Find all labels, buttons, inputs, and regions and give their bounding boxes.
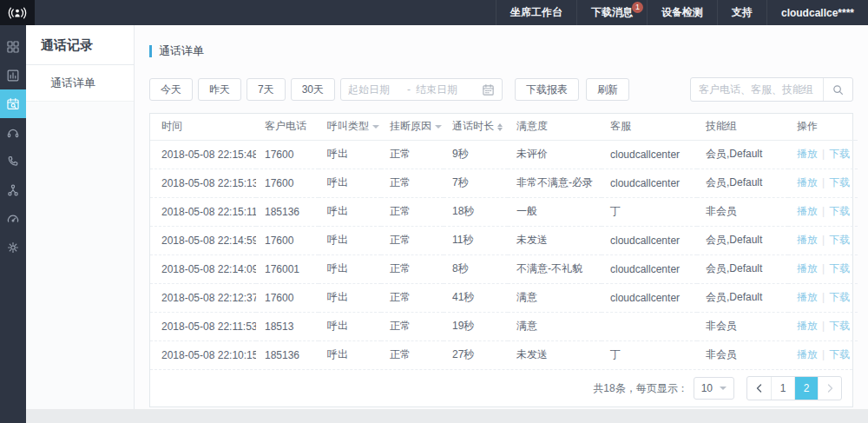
cell-actions: 播放|下载 xyxy=(788,312,858,340)
cell-satisfaction: 未发送 xyxy=(508,226,602,254)
search-button[interactable] xyxy=(823,78,852,101)
account-name: cloudcallce**** xyxy=(781,7,854,19)
play-link[interactable]: 播放 xyxy=(797,348,818,360)
topbar-item-label: 下载消息 xyxy=(591,5,633,20)
download-link[interactable]: 下载 xyxy=(829,320,850,332)
rail-item-ivr-flow[interactable] xyxy=(0,175,26,204)
quick-filter-7days[interactable]: 7天 xyxy=(247,78,286,101)
play-link[interactable]: 播放 xyxy=(797,234,818,246)
cell-phone: 17600 xyxy=(256,169,319,197)
quick-filter-today[interactable]: 今天 xyxy=(149,78,193,101)
col-customer-phone: 客户电话 xyxy=(256,114,319,140)
total-count: 共18条， xyxy=(593,381,635,396)
sidebar-title: 通话记录 xyxy=(26,25,134,65)
action-separator: | xyxy=(822,234,825,246)
action-separator: | xyxy=(822,176,825,188)
play-link[interactable]: 播放 xyxy=(797,291,818,303)
download-link[interactable]: 下载 xyxy=(829,176,850,188)
page-button-2[interactable]: 2 xyxy=(794,377,818,400)
cell-call-type: 呼出 xyxy=(319,169,381,197)
rail-item-monitor[interactable] xyxy=(0,204,26,233)
download-report-button[interactable]: 下载报表 xyxy=(515,78,579,101)
cell-phone: 185136 xyxy=(256,197,319,226)
refresh-button[interactable]: 刷新 xyxy=(586,78,629,101)
per-page-select[interactable]: 10 xyxy=(694,377,734,400)
pagination-bar: 共18条， 每页显示： 10 1 2 xyxy=(150,369,852,406)
cell-phone: 185136 xyxy=(256,340,319,369)
download-link[interactable]: 下载 xyxy=(829,262,850,274)
sort-icon[interactable] xyxy=(497,123,503,131)
topbar-item-download-messages[interactable]: 下载消息 1 xyxy=(576,0,647,25)
per-page-label: 每页显示： xyxy=(636,381,688,396)
topbar-item-account[interactable]: cloudcallce**** xyxy=(766,0,868,25)
quick-filter-yesterday[interactable]: 昨天 xyxy=(198,78,241,101)
cell-hangup-reason: 正常 xyxy=(381,312,444,340)
topbar-item-device-check[interactable]: 设备检测 xyxy=(647,0,717,25)
download-link[interactable]: 下载 xyxy=(829,348,850,360)
cell-satisfaction: 不满意-不礼貌 xyxy=(508,254,602,283)
col-call-type[interactable]: 呼叫类型 xyxy=(319,114,381,140)
next-page-button[interactable] xyxy=(818,377,841,400)
rail-item-agent[interactable] xyxy=(0,118,26,147)
play-link[interactable]: 播放 xyxy=(797,176,818,188)
calendar-icon[interactable] xyxy=(482,83,495,96)
breadcrumb: 通话详单 xyxy=(149,43,868,59)
prev-page-button[interactable] xyxy=(747,377,771,400)
table-row: 2018-05-08 22:15:48 17600 呼出 正常 9秒 未评价 c… xyxy=(150,140,858,169)
topbar-item-label: 支持 xyxy=(732,5,753,20)
cell-agent: 丁 xyxy=(602,197,697,226)
table-row: 2018-05-08 22:15:13 17600 呼出 正常 7秒 非常不满意… xyxy=(150,169,858,197)
cell-actions: 播放|下载 xyxy=(788,197,858,226)
cell-call-type: 呼出 xyxy=(319,197,381,226)
rail-item-calls[interactable] xyxy=(0,147,26,175)
cell-actions: 播放|下载 xyxy=(788,254,858,283)
cell-phone: 17600 xyxy=(256,226,319,254)
end-date-input[interactable] xyxy=(416,83,470,96)
topbar-item-agent-workbench[interactable]: 坐席工作台 xyxy=(496,0,576,25)
cell-time: 2018-05-08 22:14:09 xyxy=(150,254,256,283)
action-separator: | xyxy=(822,148,825,160)
search-input[interactable] xyxy=(691,83,823,96)
quick-filter-30days[interactable]: 30天 xyxy=(291,78,335,101)
cell-satisfaction: 未发送 xyxy=(508,340,602,369)
col-hangup-reason[interactable]: 挂断原因 xyxy=(381,114,444,140)
rail-item-call-records[interactable] xyxy=(0,89,26,118)
cell-agent: cloudcallcenter xyxy=(602,254,697,283)
chevron-down-icon[interactable] xyxy=(372,125,379,129)
search-box xyxy=(690,77,853,102)
chevron-right-icon xyxy=(826,384,834,393)
cell-call-type: 呼出 xyxy=(319,283,381,312)
cell-call-type: 呼出 xyxy=(319,312,381,340)
sidebar-item-call-detail[interactable]: 通话详单 xyxy=(26,65,134,102)
logo-person-waves-icon xyxy=(8,4,27,22)
top-bar: 坐席工作台 下载消息 1 设备检测 支持 cloudcallce**** xyxy=(0,0,868,25)
download-link[interactable]: 下载 xyxy=(829,148,850,160)
download-link[interactable]: 下载 xyxy=(829,291,850,303)
download-link[interactable]: 下载 xyxy=(829,234,850,246)
page-button-1[interactable]: 1 xyxy=(771,377,794,400)
date-range-picker[interactable]: - xyxy=(340,78,503,101)
play-link[interactable]: 播放 xyxy=(797,148,818,160)
cloudcall-logo[interactable] xyxy=(0,0,35,25)
topbar-item-support[interactable]: 支持 xyxy=(717,0,766,25)
cell-satisfaction: 一般 xyxy=(508,197,602,226)
col-satisfaction: 满意度 xyxy=(508,114,602,140)
rail-item-settings[interactable] xyxy=(0,233,26,261)
settings-gear-icon xyxy=(6,241,20,254)
rail-item-dashboard[interactable] xyxy=(0,32,26,61)
cell-time: 2018-05-08 22:10:15 xyxy=(150,340,256,369)
play-link[interactable]: 播放 xyxy=(797,320,818,332)
col-time: 时间 xyxy=(150,114,256,140)
start-date-input[interactable] xyxy=(348,83,402,96)
cell-skill-group: 会员,Default xyxy=(697,169,788,197)
cell-actions: 播放|下载 xyxy=(788,283,858,312)
rail-item-reports[interactable] xyxy=(0,61,26,89)
chevron-down-icon[interactable] xyxy=(435,125,442,129)
cell-hangup-reason: 正常 xyxy=(381,283,444,312)
cell-call-type: 呼出 xyxy=(319,340,381,369)
download-link[interactable]: 下载 xyxy=(829,205,850,217)
col-duration[interactable]: 通话时长 xyxy=(444,114,508,140)
cell-agent: cloudcallcenter xyxy=(602,226,697,254)
play-link[interactable]: 播放 xyxy=(797,205,818,217)
play-link[interactable]: 播放 xyxy=(797,262,818,274)
